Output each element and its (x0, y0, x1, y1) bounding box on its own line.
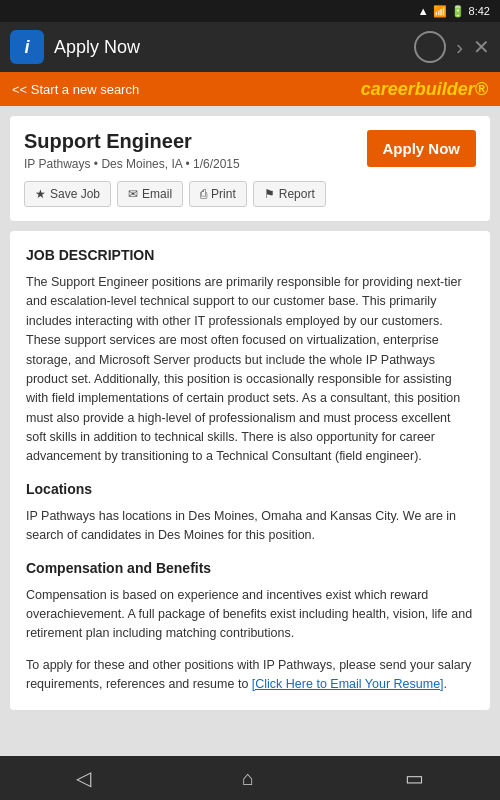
home-button[interactable]: ⌂ (242, 767, 254, 790)
job-date: 1/6/2015 (193, 157, 240, 171)
print-label: Print (211, 187, 236, 201)
email-icon: ✉ (128, 187, 138, 201)
close-button[interactable]: ✕ (473, 35, 490, 59)
job-title-section: Support Engineer IP Pathways • Des Moine… (24, 130, 357, 171)
email-resume-link[interactable]: [Click Here to Email Your Resume] (252, 677, 444, 691)
compensation-title: Compensation and Benefits (26, 560, 474, 576)
save-job-button[interactable]: ★ Save Job (24, 181, 111, 207)
status-icons: ▲ 📶 🔋 8:42 (418, 5, 490, 18)
circle-button[interactable] (414, 31, 446, 63)
job-meta: IP Pathways • Des Moines, IA • 1/6/2015 (24, 157, 357, 171)
new-search-link[interactable]: << Start a new search (12, 82, 139, 97)
separator2: • (185, 157, 193, 171)
orange-bar: << Start a new search careerbuilder® (0, 72, 500, 106)
apply-instructions-text: To apply for these and other positions w… (26, 656, 474, 695)
locations-text: IP Pathways has locations in Des Moines,… (26, 507, 474, 546)
battery-icon: 🔋 (451, 5, 465, 18)
status-bar: ▲ 📶 🔋 8:42 (0, 0, 500, 22)
description-card: JOB DESCRIPTION The Support Engineer pos… (10, 231, 490, 710)
nav-title: Apply Now (54, 37, 404, 58)
bottom-nav: ◁ ⌂ ▭ (0, 756, 500, 800)
wifi-icon: ▲ (418, 5, 429, 17)
job-card: Support Engineer IP Pathways • Des Moine… (10, 116, 490, 221)
job-location: Des Moines, IA (101, 157, 182, 171)
print-icon: ⎙ (200, 187, 207, 201)
job-header: Support Engineer IP Pathways • Des Moine… (24, 130, 476, 171)
star-icon: ★ (35, 187, 46, 201)
email-label: Email (142, 187, 172, 201)
back-button[interactable]: ◁ (76, 766, 91, 790)
job-title: Support Engineer (24, 130, 357, 153)
top-nav-bar: i Apply Now › ✕ (0, 22, 500, 72)
recent-apps-button[interactable]: ▭ (405, 766, 424, 790)
job-description-title: JOB DESCRIPTION (26, 247, 474, 263)
job-description-text: The Support Engineer positions are prima… (26, 273, 474, 467)
report-label: Report (279, 187, 315, 201)
company-name: IP Pathways (24, 157, 90, 171)
compensation-text: Compensation is based on experience and … (26, 586, 474, 644)
careerbuilder-logo: careerbuilder® (361, 79, 488, 100)
email-button[interactable]: ✉ Email (117, 181, 183, 207)
main-content: Support Engineer IP Pathways • Des Moine… (0, 106, 500, 756)
locations-title: Locations (26, 481, 474, 497)
report-icon: ⚑ (264, 187, 275, 201)
time-display: 8:42 (469, 5, 490, 17)
forward-arrow-button[interactable]: › (456, 36, 463, 59)
app-icon: i (10, 30, 44, 64)
apply-now-button[interactable]: Apply Now (367, 130, 477, 167)
signal-icon: 📶 (433, 5, 447, 18)
apply-text-suffix: . (444, 677, 447, 691)
action-buttons: ★ Save Job ✉ Email ⎙ Print ⚑ Report (24, 181, 476, 207)
save-job-label: Save Job (50, 187, 100, 201)
print-button[interactable]: ⎙ Print (189, 181, 247, 207)
report-button[interactable]: ⚑ Report (253, 181, 326, 207)
